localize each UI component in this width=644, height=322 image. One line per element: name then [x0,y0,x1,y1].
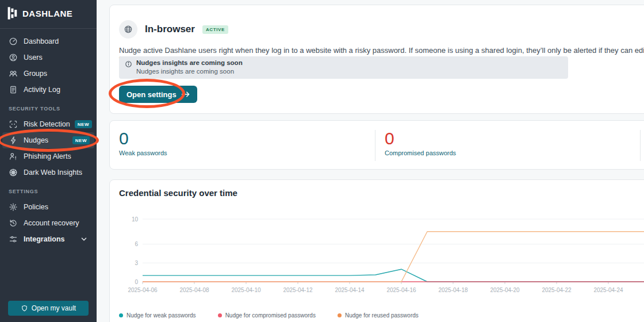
dashlane-admin-console: DASHLANE DashboardUsersGroupsActivity Lo… [0,0,644,322]
sidebar-item-dark-web-insights[interactable]: Dark Web Insights [0,164,97,181]
legend-item: Nudge for compromised passwords [218,312,316,319]
new-badge: NEW [75,120,92,128]
sidebar-item-label: Activity Log [24,86,60,94]
sidebar-main-nav: DashboardUsersGroupsActivity Log [0,33,97,98]
sidebar-item-label: Dark Web Insights [24,168,82,177]
sidebar-item-label: Policies [24,203,48,211]
stat-label: Weak passwords [119,150,167,156]
sidebar-settings-nav: PoliciesAccount recoveryIntegrations [0,199,97,247]
stats-divider [375,130,375,161]
stat-compromised-passwords: 0Compromised passwords [385,130,456,156]
chevron-down-icon [80,236,87,243]
svg-text:0: 0 [135,279,138,285]
in-browser-card: In-browser ACTIVE Nudge active Dashlane … [109,5,644,114]
info-icon [125,60,132,68]
svg-text:2025-04-06: 2025-04-06 [128,287,158,293]
sidebar-divider [0,28,97,29]
sidebar-security-tools-nav: Risk DetectionNEWNudgesNEWPhishing Alert… [0,116,97,181]
stat-weak-passwords: 0Weak passwords [119,130,167,156]
legend-item: Nudge for reused passwords [338,312,419,319]
integrations-icon [9,235,18,244]
open-my-vault-button[interactable]: Open my vault [8,301,89,316]
legend-dot-icon [218,313,222,317]
svg-text:2025-04-16: 2025-04-16 [386,287,416,293]
legend-label: Nudge for compromised passwords [225,312,316,319]
svg-text:3: 3 [135,260,138,266]
account-recovery-icon [9,218,18,228]
notice-subtitle: Nudges insights are coming soon [136,68,234,75]
brand-name: DASHLANE [22,9,72,18]
sidebar-item-nudges[interactable]: NudgesNEW [2,132,94,148]
credential-security-line-chart: 036102025-04-062025-04-082025-04-102025-… [110,180,644,309]
section-title-settings: SETTINGS [0,189,38,194]
svg-text:2025-04-10: 2025-04-10 [231,287,261,293]
open-my-vault-label: Open my vault [32,304,76,312]
sidebar: DASHLANE DashboardUsersGroupsActivity Lo… [0,0,97,322]
svg-text:2025-04-08: 2025-04-08 [179,287,209,293]
chart-legend: Nudge for weak passwordsNudge for compro… [119,312,419,319]
sidebar-item-label: Users [24,53,43,62]
arrow-right-icon [181,91,190,98]
legend-dot-icon [338,313,342,317]
section-title-security-tools: SECURITY TOOLS [0,106,60,112]
stat-label: Compromised passwords [385,150,456,156]
stat-value: 0 [385,130,456,147]
legend-dot-icon [119,313,123,317]
svg-text:2025-04-22: 2025-04-22 [542,287,572,293]
nudges-insights-notice: Nudges insights are coming soon Nudges i… [119,56,568,79]
sidebar-item-label: Phishing Alerts [24,152,71,160]
new-badge: NEW [72,136,90,144]
credential-security-chart-card: Credential security over time 036102025-… [109,179,644,322]
svg-text:2025-04-12: 2025-04-12 [283,287,313,293]
sidebar-item-policies[interactable]: Policies [0,199,97,215]
sidebar-item-label: Dashboard [24,37,59,45]
svg-text:2025-04-20: 2025-04-20 [490,287,520,293]
sidebar-item-label: Account recovery [24,219,79,227]
active-status-badge: ACTIVE [202,25,228,34]
sidebar-item-dashboard[interactable]: Dashboard [0,33,97,49]
shield-icon [21,305,28,312]
sidebar-item-label: Integrations [24,235,65,243]
risk-detection-icon [9,120,18,129]
svg-text:6: 6 [135,241,138,247]
svg-text:2025-04-24: 2025-04-24 [593,287,623,293]
open-settings-button[interactable]: Open settings [119,86,197,103]
groups-icon [9,69,18,78]
stat-value: 0 [119,130,167,147]
notice-title: Nudges insights are coming soon [136,59,243,66]
phishing-alerts-icon [9,152,18,161]
activity-log-icon [9,85,18,94]
password-stats-card: 0Weak passwords0Compromised passwords [109,120,644,170]
svg-text:2025-04-14: 2025-04-14 [335,287,365,293]
sidebar-item-label: Risk Detection [24,120,70,128]
users-icon [9,53,18,62]
dashlane-logo: DASHLANE [7,6,72,20]
legend-label: Nudge for reused passwords [345,312,419,319]
globe-icon [119,20,137,39]
sidebar-item-label: Groups [24,70,47,78]
policies-icon [9,202,18,212]
sidebar-item-groups[interactable]: Groups [0,66,97,82]
page-title: In-browser [145,24,195,35]
dashlane-logo-icon [7,6,18,20]
stats-divider [640,130,641,161]
sidebar-item-label: Nudges [24,136,48,144]
dashboard-icon [9,37,18,46]
dark-web-icon [9,168,18,177]
sidebar-item-activity-log[interactable]: Activity Log [0,82,97,98]
sidebar-item-risk-detection[interactable]: Risk DetectionNEW [0,116,97,132]
sidebar-item-account-recovery[interactable]: Account recovery [0,215,97,231]
nudges-icon [9,136,18,145]
legend-item: Nudge for weak passwords [119,312,196,319]
in-browser-header: In-browser ACTIVE [119,20,228,39]
sidebar-item-users[interactable]: Users [0,49,97,66]
sidebar-item-integrations[interactable]: Integrations [0,231,97,247]
main-content: In-browser ACTIVE Nudge active Dashlane … [97,0,644,322]
sidebar-item-phishing-alerts[interactable]: Phishing Alerts [0,148,97,164]
open-settings-label: Open settings [126,90,177,99]
svg-text:10: 10 [132,216,139,223]
legend-label: Nudge for weak passwords [126,312,196,319]
svg-text:2025-04-18: 2025-04-18 [438,287,468,293]
